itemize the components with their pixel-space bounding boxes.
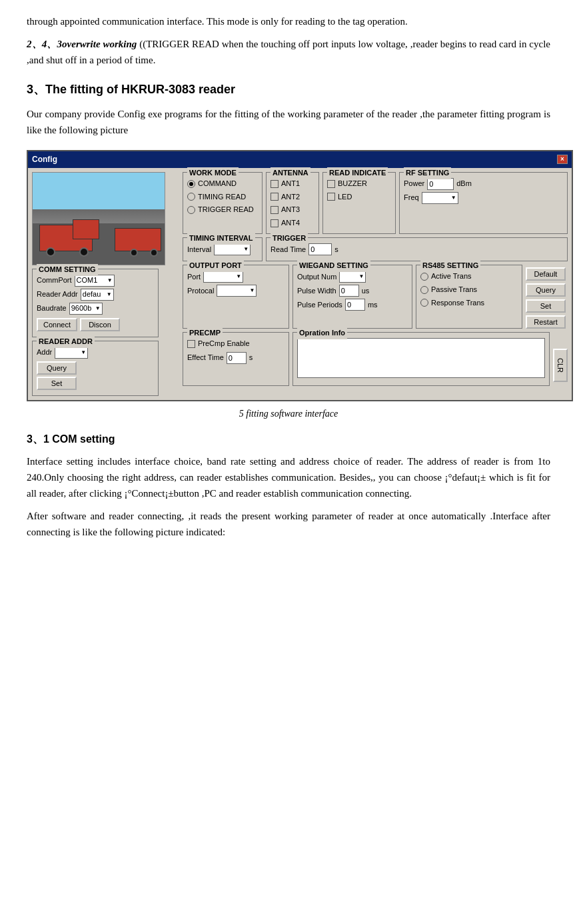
freq-arrow: ▼: [451, 194, 456, 203]
caption: 5 fitting software interface: [27, 407, 550, 421]
precmp-enable-label: PreCmp Enable: [198, 338, 250, 350]
truck2-wheel-2: [130, 249, 138, 257]
clr-button[interactable]: CLR: [553, 349, 568, 382]
wiegand-label: WIEGAND SETTING: [297, 260, 370, 272]
pulse-width-input[interactable]: [339, 285, 359, 297]
ant2-check[interactable]: [271, 193, 279, 201]
clr-col: CLR: [553, 332, 568, 386]
trigger-read-radio[interactable]: [187, 206, 195, 214]
response-trans-row[interactable]: Response Trans: [420, 297, 518, 309]
active-trans-row[interactable]: Active Trans: [420, 271, 518, 283]
section3-heading: 3、The fitting of HKRUR-3083 reader: [27, 80, 550, 99]
addr-dropdown[interactable]: ▼: [55, 347, 88, 359]
active-trans-radio[interactable]: [420, 273, 428, 281]
reader-addr-label: Reader Addr: [37, 289, 78, 301]
ant1-label: ANT1: [281, 178, 300, 190]
discon-button[interactable]: Discon: [80, 318, 120, 331]
passive-trans-radio[interactable]: [420, 286, 428, 294]
ant2-label: ANT2: [281, 191, 300, 203]
config-window: Config ×: [27, 150, 573, 401]
trigger-label: TRIGGER: [271, 233, 308, 245]
freq-label: Freq: [404, 192, 419, 204]
pulse-periods-label: Pulse Periods: [297, 299, 342, 311]
command-radio[interactable]: [187, 180, 195, 188]
trigger-read-radio-row[interactable]: TRIGGER READ: [187, 204, 258, 216]
ant3-row[interactable]: ANT3: [271, 204, 314, 216]
addr-query-button[interactable]: Query: [37, 361, 77, 375]
freq-dropdown[interactable]: ▼: [422, 192, 458, 204]
passive-trans-label: Passive Trans: [431, 284, 477, 296]
ant3-check[interactable]: [271, 206, 279, 214]
read-time-label: Read Time: [271, 244, 306, 256]
baudrate-arrow: ▼: [95, 305, 101, 313]
timing-interval-label: TIMING INTERVAL: [187, 233, 255, 245]
set-button[interactable]: Set: [526, 299, 566, 313]
buzzer-label: BUZZER: [338, 178, 367, 190]
action-buttons-col: Default Query Set Restart: [526, 265, 566, 329]
ant1-check[interactable]: [271, 180, 279, 188]
protocal-dropdown[interactable]: ▼: [217, 285, 257, 297]
timing-read-radio-row[interactable]: TIMING READ: [187, 191, 258, 203]
passive-trans-row[interactable]: Passive Trans: [420, 284, 518, 296]
baudrate-dropdown[interactable]: 9600b ▼: [69, 303, 103, 315]
timing-interval-group: TIMING INTERVAL Interval ▼: [183, 237, 263, 261]
interval-label: Interval: [187, 244, 211, 256]
restart-button[interactable]: Restart: [526, 315, 566, 329]
commport-value: COM1: [77, 275, 98, 287]
commport-dropdown[interactable]: COM1 ▼: [75, 275, 115, 287]
default-button[interactable]: Default: [526, 267, 566, 281]
rs485-setting-group: RS485 SETTING Active Trans Passive Trans: [416, 265, 522, 329]
addr-set-button[interactable]: Set: [37, 377, 77, 390]
comm-setting-group: COMM SETTING CommPort COM1 ▼ Reader Addr: [32, 269, 159, 337]
interval-arrow: ▼: [243, 245, 249, 254]
ant3-label: ANT3: [281, 204, 300, 216]
reader-addr-group-label: READER ADDR: [37, 336, 95, 348]
truck-body-2: [115, 228, 161, 251]
power-unit: dBm: [456, 178, 472, 190]
ant1-row[interactable]: ANT1: [271, 178, 314, 190]
response-trans-label: Response Trans: [431, 297, 484, 309]
precmp-enable-row[interactable]: PreCmp Enable: [187, 338, 285, 350]
commport-arrow: ▼: [107, 277, 113, 285]
read-time-unit: s: [334, 244, 338, 256]
power-input[interactable]: [427, 178, 454, 190]
buzzer-row[interactable]: BUZZER: [327, 178, 391, 190]
output-port-label: OUTPUT PORT: [187, 260, 244, 272]
power-label: Power: [404, 178, 424, 190]
opration-info-textarea[interactable]: [297, 338, 545, 378]
config-midtop-row: TIMING INTERVAL Interval ▼: [183, 237, 568, 261]
port-dropdown[interactable]: ▼: [203, 271, 243, 283]
work-mode-group: WORK MODE COMMAND TIMING READ: [183, 172, 263, 234]
led-row[interactable]: LED: [327, 191, 391, 203]
p2-bold: 2、4、3overwrite working: [27, 39, 137, 49]
response-trans-radio[interactable]: [420, 299, 428, 307]
protocal-arrow: ▼: [249, 287, 255, 295]
effect-time-input[interactable]: [227, 352, 247, 364]
ant2-row[interactable]: ANT2: [271, 191, 314, 203]
ant4-check[interactable]: [271, 219, 279, 227]
opration-info-group: Opration Info: [292, 332, 550, 386]
buzzer-check[interactable]: [327, 180, 335, 188]
led-check[interactable]: [327, 193, 335, 201]
read-indicate-group: READ INDICATE BUZZER LED: [322, 172, 396, 234]
output-num-dropdown[interactable]: ▼: [339, 271, 366, 283]
window-title: Config: [32, 153, 57, 166]
precmp-enable-check[interactable]: [187, 340, 195, 348]
config-mid-row: OUTPUT PORT Port ▼ Protocal: [183, 265, 568, 329]
truck-photo: [32, 172, 165, 265]
command-radio-row[interactable]: COMMAND: [187, 178, 258, 190]
ant4-row[interactable]: ANT4: [271, 217, 314, 229]
section31-paragraph2: After software and reader connecting, ,i…: [27, 508, 550, 540]
read-time-input[interactable]: [308, 243, 332, 255]
reader-addr-arrow: ▼: [107, 291, 112, 299]
close-button[interactable]: ×: [557, 155, 568, 164]
timing-read-radio[interactable]: [187, 193, 195, 201]
truck-wheel-2: [79, 247, 89, 257]
interval-dropdown[interactable]: ▼: [214, 243, 251, 255]
ant4-label: ANT4: [281, 217, 300, 229]
work-mode-label: WORK MODE: [187, 167, 239, 179]
reader-addr-dropdown[interactable]: defau ▼: [81, 289, 114, 301]
connect-button[interactable]: Connect: [37, 318, 77, 331]
query-button[interactable]: Query: [526, 283, 566, 297]
pulse-periods-input[interactable]: [345, 299, 365, 311]
